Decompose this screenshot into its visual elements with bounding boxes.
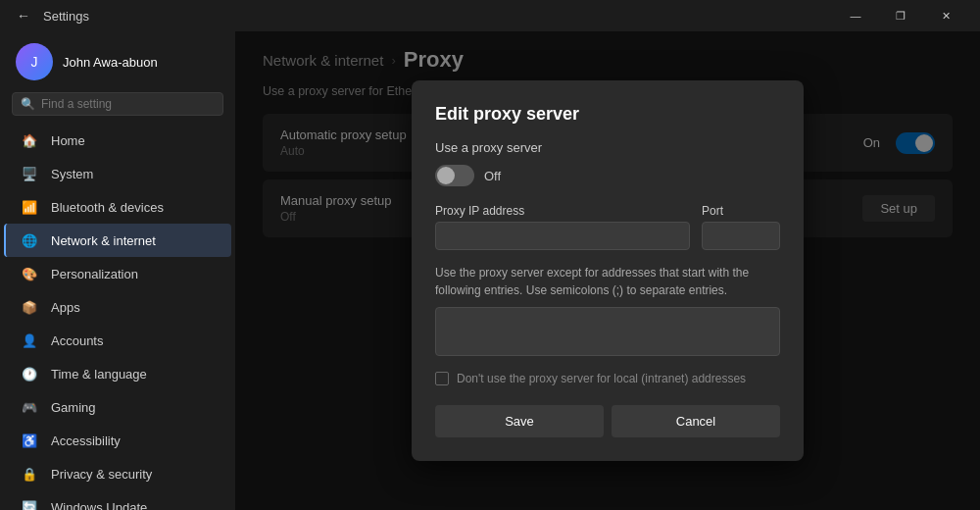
personalization-icon: 🎨: [20, 264, 39, 283]
sidebar-item-label: Time & language: [51, 367, 147, 382]
exceptions-description: Use the proxy server except for addresse…: [435, 264, 780, 299]
proxy-ip-group: Proxy IP address: [435, 204, 690, 250]
use-proxy-toggle-row: Off: [435, 165, 780, 186]
sidebar-item-label: Apps: [51, 300, 80, 315]
toggle-off-label: Off: [484, 169, 501, 183]
sidebar: J John Awa-abuon 🔍 🏠 Home 🖥️ System 📶 Bl…: [0, 31, 235, 510]
search-box[interactable]: 🔍: [12, 92, 223, 116]
avatar: J: [16, 43, 53, 80]
dialog-buttons: Save Cancel: [435, 405, 780, 437]
sidebar-item-label: Windows Update: [51, 500, 147, 511]
sidebar-item-system[interactable]: 🖥️ System: [4, 157, 231, 190]
sidebar-item-label: Gaming: [51, 400, 96, 415]
network-icon: 🌐: [20, 230, 39, 250]
sidebar-item-label: System: [51, 167, 93, 181]
apps-icon: 📦: [20, 297, 39, 317]
gaming-icon: 🎮: [20, 397, 39, 417]
sidebar-item-time[interactable]: 🕐 Time & language: [4, 357, 231, 390]
local-address-checkbox[interactable]: [435, 372, 449, 385]
checkbox-label: Don't use the proxy server for local (in…: [457, 372, 746, 385]
sidebar-item-gaming[interactable]: 🎮 Gaming: [4, 390, 231, 424]
sidebar-item-label: Bluetooth & devices: [51, 200, 164, 215]
proxy-ip-label: Proxy IP address: [435, 204, 690, 218]
username-label: John Awa-abuon: [63, 55, 158, 70]
system-icon: 🖥️: [20, 164, 39, 183]
cancel-button[interactable]: Cancel: [612, 405, 780, 437]
sidebar-item-accessibility[interactable]: ♿ Accessibility: [4, 424, 231, 457]
sidebar-item-winupdate[interactable]: 🔄 Windows Update: [4, 490, 231, 510]
app-title: Settings: [43, 9, 833, 24]
sidebar-item-home[interactable]: 🏠 Home: [4, 124, 231, 157]
search-icon: 🔍: [21, 97, 35, 111]
sidebar-item-label: Home: [51, 133, 85, 148]
home-icon: 🏠: [20, 130, 39, 150]
edit-proxy-dialog: Edit proxy server Use a proxy server Off…: [412, 80, 804, 461]
sidebar-item-label: Accessibility: [51, 434, 121, 448]
sidebar-item-apps[interactable]: 📦 Apps: [4, 290, 231, 324]
minimize-button[interactable]: —: [833, 0, 878, 31]
sidebar-item-privacy[interactable]: 🔒 Privacy & security: [4, 457, 231, 490]
restore-button[interactable]: ❐: [878, 0, 923, 31]
use-proxy-toggle[interactable]: [435, 165, 474, 186]
sidebar-item-label: Personalization: [51, 267, 138, 281]
update-icon: 🔄: [20, 497, 39, 510]
privacy-icon: 🔒: [20, 464, 39, 484]
accounts-icon: 👤: [20, 331, 39, 350]
close-button[interactable]: ✕: [923, 0, 968, 31]
sidebar-item-network[interactable]: 🌐 Network & internet: [4, 224, 231, 257]
back-button[interactable]: ←: [12, 4, 35, 27]
use-proxy-label: Use a proxy server: [435, 140, 780, 155]
window-controls: — ❐ ✕: [833, 0, 968, 31]
dialog-title: Edit proxy server: [435, 104, 780, 125]
search-input[interactable]: [41, 97, 215, 111]
titlebar: ← Settings — ❐ ✕: [0, 0, 980, 31]
port-label: Port: [702, 204, 780, 218]
sidebar-item-label: Network & internet: [51, 233, 156, 248]
sidebar-item-personalization[interactable]: 🎨 Personalization: [4, 257, 231, 290]
port-input[interactable]: [702, 222, 780, 250]
time-icon: 🕐: [20, 364, 39, 383]
accessibility-icon: ♿: [20, 431, 39, 450]
bluetooth-icon: 📶: [20, 197, 39, 217]
dialog-overlay: Edit proxy server Use a proxy server Off…: [235, 31, 980, 510]
checkbox-row[interactable]: Don't use the proxy server for local (in…: [435, 372, 780, 385]
content-area: Network & internet › Proxy Use a proxy s…: [235, 31, 980, 510]
exceptions-textarea[interactable]: [435, 307, 780, 356]
save-button[interactable]: Save: [435, 405, 604, 437]
sidebar-item-accounts[interactable]: 👤 Accounts: [4, 324, 231, 357]
main-layout: J John Awa-abuon 🔍 🏠 Home 🖥️ System 📶 Bl…: [0, 31, 980, 510]
fields-row: Proxy IP address Port: [435, 204, 780, 250]
sidebar-item-label: Accounts: [51, 333, 103, 348]
user-section: J John Awa-abuon: [0, 35, 235, 92]
proxy-ip-input[interactable]: [435, 222, 690, 250]
sidebar-item-bluetooth[interactable]: 📶 Bluetooth & devices: [4, 190, 231, 224]
port-group: Port: [702, 204, 780, 250]
sidebar-item-label: Privacy & security: [51, 467, 152, 482]
